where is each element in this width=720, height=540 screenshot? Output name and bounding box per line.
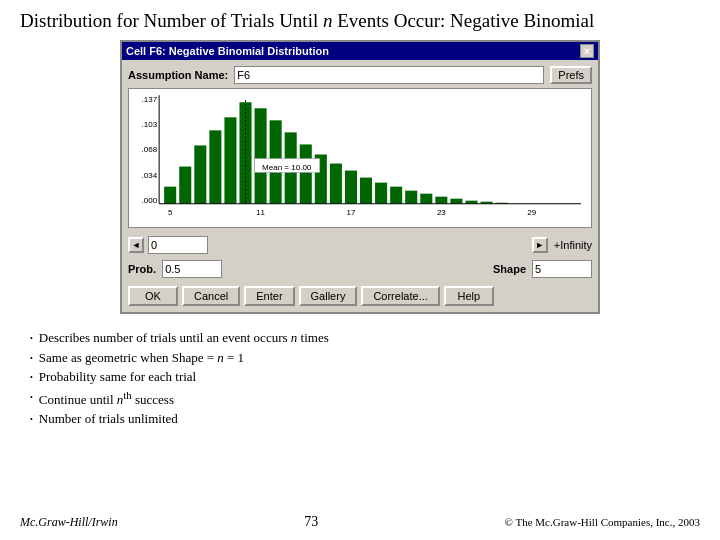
- prob-label: Prob.: [128, 263, 156, 275]
- page-title: Distribution for Number of Trials Until …: [20, 10, 700, 32]
- svg-rect-11: [255, 108, 267, 203]
- dialog-titlebar: Cell F6: Negative Binomial Distribution …: [122, 42, 598, 60]
- svg-text:29: 29: [527, 208, 536, 217]
- bullet-dot: •: [30, 353, 33, 365]
- close-button[interactable]: ×: [580, 44, 594, 58]
- correlate-button[interactable]: Correlate...: [361, 286, 439, 306]
- cancel-button[interactable]: Cancel: [182, 286, 240, 306]
- assumption-name-input[interactable]: [234, 66, 544, 84]
- svg-rect-16: [330, 164, 342, 204]
- svg-rect-21: [405, 191, 417, 204]
- bullet-item-3: • Probability same for each trial: [30, 367, 700, 387]
- page: Distribution for Number of Trials Until …: [0, 0, 720, 540]
- prob-input[interactable]: [162, 260, 222, 278]
- enter-button[interactable]: Enter: [244, 286, 294, 306]
- svg-rect-20: [390, 187, 402, 204]
- svg-text:23: 23: [437, 208, 446, 217]
- svg-rect-14: [300, 144, 312, 203]
- bullet-list: • Describes number of trials until an ev…: [20, 328, 700, 429]
- prefs-button[interactable]: Prefs: [550, 66, 592, 84]
- footer-page-number: 73: [304, 514, 318, 530]
- chart-svg: .137 .103 .068 .034 .000: [129, 89, 591, 227]
- footer-copyright: © The Mc.Graw-Hill Companies, Inc., 2003: [505, 516, 700, 528]
- svg-rect-18: [360, 178, 372, 204]
- shape-input[interactable]: [532, 260, 592, 278]
- param-row: Prob. Shape: [128, 260, 592, 278]
- bullet-item-4: • Continue until nth success: [30, 387, 700, 410]
- svg-text:17: 17: [346, 208, 355, 217]
- range-min-input[interactable]: [148, 236, 208, 254]
- footer: Mc.Graw-Hill/Irwin 73 © The Mc.Graw-Hill…: [20, 510, 700, 530]
- assumption-row: Assumption Name: Prefs: [128, 66, 592, 84]
- svg-rect-6: [179, 167, 191, 204]
- bullet-dot: •: [30, 414, 33, 426]
- svg-text:11: 11: [256, 208, 265, 217]
- svg-rect-23: [435, 197, 447, 204]
- svg-rect-17: [345, 171, 357, 204]
- dialog-window: Cell F6: Negative Binomial Distribution …: [120, 40, 600, 314]
- bullet-item-1: • Describes number of trials until an ev…: [30, 328, 700, 348]
- chart-area: .137 .103 .068 .034 .000: [128, 88, 592, 228]
- svg-text:Mean = 10.00: Mean = 10.00: [262, 163, 312, 172]
- bullet-item-5: • Number of trials unlimited: [30, 409, 700, 429]
- gallery-button[interactable]: Gallery: [299, 286, 358, 306]
- svg-rect-22: [420, 194, 432, 204]
- svg-text:5: 5: [168, 208, 173, 217]
- bullet-dot: •: [30, 392, 33, 404]
- help-button[interactable]: Help: [444, 286, 494, 306]
- svg-rect-7: [194, 145, 206, 203]
- dialog-title: Cell F6: Negative Binomial Distribution: [126, 45, 329, 57]
- svg-text:.068: .068: [142, 145, 158, 154]
- dialog-buttons: OK Cancel Enter Gallery Correlate... Hel…: [128, 286, 592, 306]
- svg-text:.034: .034: [142, 171, 158, 180]
- bullet-item-2: • Same as geometric when Shape = n = 1: [30, 348, 700, 368]
- ok-button[interactable]: OK: [128, 286, 178, 306]
- svg-rect-9: [224, 117, 236, 203]
- footer-left: Mc.Graw-Hill/Irwin: [20, 515, 118, 530]
- dialog-body: Assumption Name: Prefs .137 .103 .068 .0…: [122, 60, 598, 312]
- svg-rect-24: [450, 199, 462, 204]
- shape-label: Shape: [493, 263, 526, 275]
- bullet-dot: •: [30, 333, 33, 345]
- range-row: ◄ ► +Infinity: [128, 236, 592, 254]
- svg-rect-19: [375, 183, 387, 204]
- svg-text:.103: .103: [142, 120, 158, 129]
- svg-text:.000: .000: [142, 196, 158, 205]
- left-arrow-button[interactable]: ◄: [128, 237, 144, 253]
- svg-rect-5: [164, 187, 176, 204]
- svg-text:.137: .137: [142, 95, 158, 104]
- bullet-dot: •: [30, 372, 33, 384]
- infinity-label: +Infinity: [554, 239, 592, 251]
- svg-rect-8: [209, 130, 221, 203]
- right-arrow-button[interactable]: ►: [532, 237, 548, 253]
- assumption-name-label: Assumption Name:: [128, 69, 228, 81]
